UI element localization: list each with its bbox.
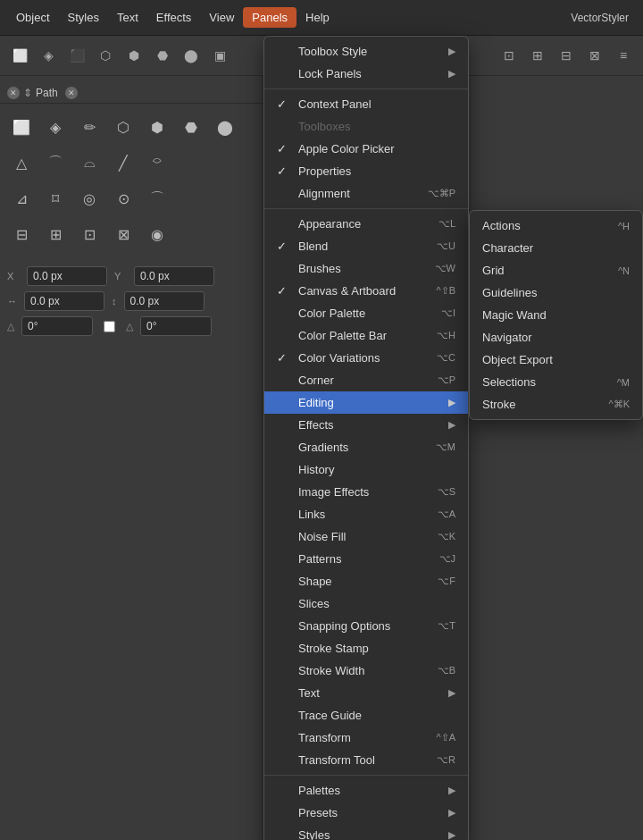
submenu-character[interactable]: Character (470, 237, 642, 259)
menubar-item-help[interactable]: Help (296, 7, 338, 28)
submenu-magic-wand[interactable]: Magic Wand (470, 304, 642, 326)
panel-collapse-icon[interactable]: ⇕ (23, 87, 32, 99)
submenu-stroke[interactable]: Stroke ^⌘K (470, 393, 642, 416)
toolbar-icon-right-3[interactable]: ⊟ (554, 43, 579, 68)
submenu-guidelines[interactable]: Guidelines (470, 281, 642, 304)
menu-text[interactable]: Text ▶ (264, 682, 468, 704)
menu-canvas-artboard[interactable]: ✓ Canvas & Artboard ^⇧B (264, 280, 468, 302)
toolbar-icon-2[interactable]: ◈ (36, 43, 61, 68)
menu-appearance[interactable]: Appearance ⌥L (264, 213, 468, 235)
submenu-object-export[interactable]: Object Export (470, 349, 642, 371)
tool-icon-2-2[interactable]: ⌒ (39, 147, 71, 179)
menubar-item-panels[interactable]: Panels (243, 7, 296, 28)
tool-icon-select[interactable]: ⬜ (5, 111, 38, 143)
menu-color-palette[interactable]: Color Palette ⌥I (264, 302, 468, 324)
panel-close-button-2[interactable]: ✕ (65, 87, 78, 99)
menu-transform[interactable]: Transform ^⇧A (264, 727, 468, 749)
menu-transform-tool[interactable]: Transform Tool ⌥R (264, 749, 468, 771)
tool-icon-3-5[interactable]: ⌒ (141, 182, 173, 214)
menu-context-panel[interactable]: ✓ Context Panel (264, 93, 468, 115)
menu-color-palette-bar[interactable]: Color Palette Bar ⌥H (264, 324, 468, 347)
menu-apple-color-picker[interactable]: ✓ Apple Color Picker (264, 138, 468, 160)
menu-stroke-stamp[interactable]: Stroke Stamp (264, 637, 468, 659)
panel-close-button[interactable]: ✕ (7, 87, 20, 99)
xy-row: X Y (7, 266, 255, 286)
tool-icon-brush[interactable]: ⬢ (141, 111, 173, 143)
tool-icon-3-4[interactable]: ⊙ (107, 182, 139, 214)
toolbar-icon-3[interactable]: ⬛ (64, 43, 89, 68)
menu-stroke-width[interactable]: Stroke Width ⌥B (264, 659, 468, 682)
tool-icon-node[interactable]: ◈ (39, 111, 71, 143)
toolbar-icon-4[interactable]: ⬡ (93, 43, 118, 68)
tool-icon-4-5[interactable]: ◉ (141, 218, 173, 250)
menu-corner[interactable]: Corner ⌥P (264, 369, 468, 391)
tool-icon-crop[interactable]: ⬤ (209, 111, 241, 143)
x-input[interactable] (27, 266, 107, 286)
menu-palettes[interactable]: Palettes ▶ (264, 779, 468, 802)
tool-icon-2-3[interactable]: ⌓ (73, 147, 105, 179)
menu-toolbox-style[interactable]: Toolbox Style ▶ (264, 40, 468, 63)
h-input[interactable] (124, 291, 205, 311)
tool-icon-transform[interactable]: ⬣ (175, 111, 207, 143)
menu-editing[interactable]: Editing ▶ (264, 391, 468, 414)
menu-blend[interactable]: ✓ Blend ⌥U (264, 235, 468, 257)
tool-icon-2-5[interactable]: ⌔ (141, 147, 173, 179)
menu-effects[interactable]: Effects ▶ (264, 414, 468, 436)
menu-links[interactable]: Links ⌥A (264, 503, 468, 525)
shortcut: ^⌘K (609, 399, 630, 410)
tool-icon-3-2[interactable]: ⌑ (39, 182, 71, 214)
menu-patterns[interactable]: Patterns ⌥J (264, 548, 468, 570)
tool-icon-2-4[interactable]: ╱ (107, 147, 139, 179)
submenu-grid[interactable]: Grid ^N (470, 259, 642, 281)
menubar-item-view[interactable]: View (200, 7, 243, 28)
tool-icon-4-1[interactable]: ⊟ (5, 218, 38, 250)
menubar-item-styles[interactable]: Styles (59, 7, 108, 28)
tool-icon-4-3[interactable]: ⊡ (73, 218, 105, 250)
toolbar-icon-5[interactable]: ⬢ (121, 43, 146, 68)
submenu-actions[interactable]: Actions ^H (470, 214, 642, 237)
y-input[interactable] (134, 266, 214, 286)
menu-noise-fill[interactable]: Noise Fill ⌥K (264, 525, 468, 548)
menubar-item-text[interactable]: Text (108, 7, 147, 28)
tool-icon-pen[interactable]: ✏ (73, 111, 105, 143)
tool-icon-3-3[interactable]: ◎ (73, 182, 105, 214)
tool-icon-2-1[interactable]: △ (5, 147, 38, 179)
toolbar-icon-right-1[interactable]: ⊡ (497, 43, 522, 68)
tool-icon-4-2[interactable]: ⊞ (39, 218, 71, 250)
submenu-navigator[interactable]: Navigator (470, 326, 642, 349)
menu-styles[interactable]: Styles ▶ (264, 824, 468, 840)
menubar-item-effects[interactable]: Effects (147, 7, 201, 28)
toolbar-icon-8[interactable]: ▣ (207, 43, 232, 68)
menu-properties[interactable]: ✓ Properties (264, 160, 468, 182)
menu-trace-guide[interactable]: Trace Guide (264, 704, 468, 727)
menu-image-effects[interactable]: Image Effects ⌥S (264, 481, 468, 503)
lock-toggle[interactable] (104, 321, 115, 332)
toolbar-icon-7[interactable]: ⬤ (179, 43, 204, 68)
w-input[interactable] (24, 291, 104, 311)
toolbar-icon-right-5[interactable]: ≡ (611, 43, 636, 68)
menu-label: Actions (482, 219, 611, 232)
menubar-item-object[interactable]: Object (7, 7, 59, 28)
toolbar-icon-1[interactable]: ⬜ (7, 43, 32, 68)
toolbar-icon-6[interactable]: ⬣ (150, 43, 175, 68)
toolbar-icon-right-2[interactable]: ⊞ (525, 43, 550, 68)
tool-icon-4-4[interactable]: ⊠ (107, 218, 139, 250)
menu-presets[interactable]: Presets ▶ (264, 802, 468, 824)
menu-shape[interactable]: Shape ⌥F (264, 570, 468, 592)
menu-brushes[interactable]: Brushes ⌥W (264, 257, 468, 280)
tool-icon-shape[interactable]: ⬡ (107, 111, 139, 143)
angle2-input[interactable] (140, 316, 212, 336)
menu-slices[interactable]: Slices (264, 592, 468, 615)
submenu-selections[interactable]: Selections ^M (470, 371, 642, 393)
shortcut: ^N (618, 265, 630, 276)
menu-alignment[interactable]: Alignment ⌥⌘P (264, 182, 468, 205)
tool-icon-3-1[interactable]: ⊿ (5, 182, 38, 214)
menu-lock-panels[interactable]: Lock Panels ▶ (264, 63, 468, 85)
menu-label: Brushes (298, 262, 428, 275)
toolbar-icon-right-4[interactable]: ⊠ (582, 43, 607, 68)
menu-color-variations[interactable]: ✓ Color Variations ⌥C (264, 347, 468, 369)
menu-gradients[interactable]: Gradients ⌥M (264, 436, 468, 458)
angle1-input[interactable] (21, 316, 93, 336)
menu-snapping-options[interactable]: Snapping Options ⌥T (264, 615, 468, 637)
menu-history[interactable]: History (264, 458, 468, 481)
